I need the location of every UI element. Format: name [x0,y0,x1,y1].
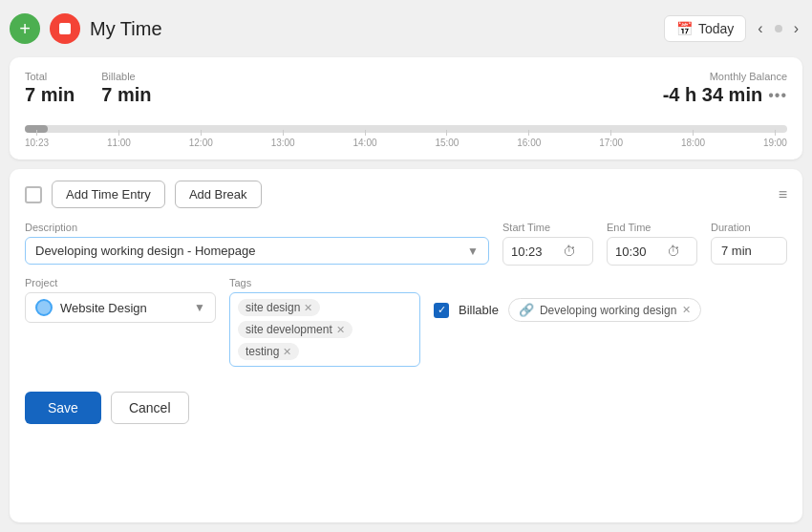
billable-row: Billable 🔗 Developing working design ✕ [434,298,701,322]
form-panel: Add Time Entry Add Break ≡ Description ▼ [10,169,802,522]
monthly-value: -4 h 34 min [663,84,762,106]
menu-lines-icon[interactable]: ≡ [779,186,787,203]
timeline-labels: 10:23 11:00 12:00 13:00 14:00 [25,130,787,148]
tick-2: 12:00 [189,130,213,148]
form-fields: Description ▼ Start Time ⏱ [25,222,787,424]
end-time-label: End Time [607,222,697,233]
project-name: Website Design [60,301,186,315]
tick-0: 10:23 [25,130,49,148]
start-time-input-wrapper: ⏱ [502,237,593,266]
end-time-input[interactable] [615,245,661,259]
duration-field: Duration 7 min [711,222,787,265]
link-label: Developing working design [540,304,676,317]
tick-6: 16:00 [517,130,541,148]
start-time-input[interactable] [511,245,557,259]
cancel-button[interactable]: Cancel [111,392,189,424]
header-left: + My Time [10,13,162,44]
description-row: Description ▼ Start Time ⏱ [25,222,787,266]
tick-1: 11:00 [107,130,131,148]
duration-label: Duration [711,222,787,233]
project-avatar [35,299,53,316]
end-time-field: End Time ⏱ [607,222,697,266]
end-clock-icon[interactable]: ⏱ [667,244,680,259]
stop-icon [59,23,71,34]
start-time-field: Start Time ⏱ [502,222,593,266]
tick-3: 13:00 [271,130,295,148]
header: + My Time 📅 Today ‹ › [10,10,802,48]
tag-chip-2: testing ✕ [238,343,299,360]
project-select[interactable]: Website Design ▼ [25,292,216,323]
project-tags-row: Project Website Design ▼ Tags site desig… [25,277,787,367]
dot-indicator [775,25,782,32]
tick-label-1: 11:00 [107,138,131,148]
tag-remove-1[interactable]: ✕ [336,325,345,335]
description-input[interactable] [35,244,467,258]
description-input-wrapper: ▼ [25,237,489,265]
tags-label: Tags [229,277,420,288]
description-dropdown-icon[interactable]: ▼ [467,245,479,258]
tick-label-5: 15:00 [435,138,459,148]
billable-value: 7 min [101,84,151,105]
tick-label-7: 17:00 [599,138,623,148]
monthly-menu-button[interactable]: ••• [768,87,787,104]
tick-label-6: 16:00 [517,138,541,148]
project-dropdown-icon[interactable]: ▼ [194,301,205,314]
next-button[interactable]: › [790,16,802,41]
select-all-checkbox[interactable] [25,186,42,203]
save-button[interactable]: Save [25,392,101,424]
billable-label: Billable [459,303,499,317]
tag-remove-2[interactable]: ✕ [283,347,291,357]
page-title: My Time [90,18,162,40]
duration-value: 7 min [711,237,787,265]
add-break-button[interactable]: Add Break [175,181,262,208]
billable-stat: Billable 7 min [101,71,151,106]
tick-label-4: 14:00 [353,138,377,148]
billable-checkbox[interactable] [434,303,449,318]
tick-label-9: 19:00 [763,138,787,148]
form-toolbar: Add Time Entry Add Break ≡ [25,181,787,208]
link-chip[interactable]: 🔗 Developing working design ✕ [508,298,701,322]
stats-left: Total 7 min Billable 7 min [25,71,152,106]
start-time-label: Start Time [502,222,593,233]
link-remove[interactable]: ✕ [682,304,691,316]
monthly-stat: Monthly Balance -4 h 34 min ••• [663,71,787,106]
today-label: Today [698,21,734,36]
add-button[interactable]: + [10,13,40,44]
tag-label-2: testing [246,345,279,358]
timeline-bar: 10:23 11:00 12:00 13:00 14:00 [25,121,787,148]
tick-5: 15:00 [435,130,459,148]
calendar-icon: 📅 [676,21,693,36]
tick-8: 18:00 [681,130,705,148]
monthly-value-row: -4 h 34 min ••• [663,84,787,106]
total-value: 7 min [25,84,75,105]
tick-4: 14:00 [353,130,377,148]
tag-remove-0[interactable]: ✕ [304,303,312,313]
timeline-panel: Total 7 min Billable 7 min Monthly Balan… [10,57,802,160]
end-time-input-wrapper: ⏱ [607,237,697,266]
total-stat: Total 7 min [25,71,75,106]
tick-label-3: 13:00 [271,138,295,148]
tags-field-group: Tags site design ✕ site development ✕ te… [229,277,420,367]
tag-chip-0: site design ✕ [238,299,320,316]
tick-label-0: 10:23 [25,138,49,148]
tags-box[interactable]: site design ✕ site development ✕ testing… [229,292,420,367]
billable-section: Billable 🔗 Developing working design ✕ [434,294,701,322]
project-label: Project [25,277,216,288]
description-field-group: Description ▼ [25,222,489,265]
today-button[interactable]: 📅 Today [664,15,746,42]
prev-button[interactable]: ‹ [754,16,766,41]
stats-row: Total 7 min Billable 7 min Monthly Balan… [25,71,787,106]
add-time-entry-button[interactable]: Add Time Entry [52,181,165,208]
tick-label-8: 18:00 [681,138,705,148]
tick-label-2: 12:00 [189,138,213,148]
total-label: Total [25,71,75,82]
billable-label: Billable [101,71,151,82]
form-toolbar-left: Add Time Entry Add Break [25,181,262,208]
action-row: Save Cancel [25,392,787,424]
stop-button[interactable] [50,13,80,44]
tag-chip-1: site development ✕ [238,321,353,338]
tag-label-0: site design [246,301,300,314]
link-icon: 🔗 [519,303,534,317]
start-clock-icon[interactable]: ⏱ [563,244,576,259]
tick-7: 17:00 [599,130,623,148]
